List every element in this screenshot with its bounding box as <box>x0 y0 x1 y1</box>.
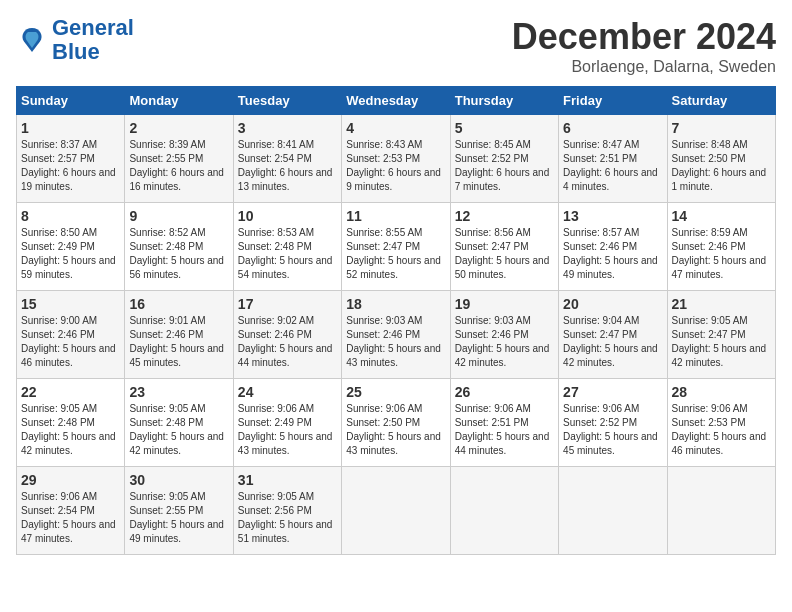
calendar-table: SundayMondayTuesdayWednesdayThursdayFrid… <box>16 86 776 555</box>
calendar-day-cell <box>450 467 558 555</box>
day-info: Sunrise: 9:06 AMSunset: 2:50 PMDaylight:… <box>346 402 445 458</box>
day-number: 10 <box>238 208 337 224</box>
calendar-day-cell: 24Sunrise: 9:06 AMSunset: 2:49 PMDayligh… <box>233 379 341 467</box>
day-info: Sunrise: 9:03 AMSunset: 2:46 PMDaylight:… <box>455 314 554 370</box>
calendar-day-cell: 29Sunrise: 9:06 AMSunset: 2:54 PMDayligh… <box>17 467 125 555</box>
day-number: 12 <box>455 208 554 224</box>
day-info: Sunrise: 8:45 AMSunset: 2:52 PMDaylight:… <box>455 138 554 194</box>
day-info: Sunrise: 9:05 AMSunset: 2:48 PMDaylight:… <box>129 402 228 458</box>
day-info: Sunrise: 8:41 AMSunset: 2:54 PMDaylight:… <box>238 138 337 194</box>
calendar-day-cell: 6Sunrise: 8:47 AMSunset: 2:51 PMDaylight… <box>559 115 667 203</box>
calendar-day-cell <box>559 467 667 555</box>
calendar-day-cell: 14Sunrise: 8:59 AMSunset: 2:46 PMDayligh… <box>667 203 775 291</box>
day-number: 11 <box>346 208 445 224</box>
day-info: Sunrise: 9:02 AMSunset: 2:46 PMDaylight:… <box>238 314 337 370</box>
page-header: General Blue December 2024 Borlaenge, Da… <box>16 16 776 76</box>
day-info: Sunrise: 8:47 AMSunset: 2:51 PMDaylight:… <box>563 138 662 194</box>
day-number: 26 <box>455 384 554 400</box>
weekday-header: Tuesday <box>233 87 341 115</box>
calendar-day-cell: 25Sunrise: 9:06 AMSunset: 2:50 PMDayligh… <box>342 379 450 467</box>
day-number: 14 <box>672 208 771 224</box>
day-number: 4 <box>346 120 445 136</box>
day-info: Sunrise: 8:37 AMSunset: 2:57 PMDaylight:… <box>21 138 120 194</box>
calendar-day-cell <box>667 467 775 555</box>
day-info: Sunrise: 9:06 AMSunset: 2:54 PMDaylight:… <box>21 490 120 546</box>
calendar-day-cell: 10Sunrise: 8:53 AMSunset: 2:48 PMDayligh… <box>233 203 341 291</box>
calendar-day-cell: 22Sunrise: 9:05 AMSunset: 2:48 PMDayligh… <box>17 379 125 467</box>
day-number: 17 <box>238 296 337 312</box>
day-number: 3 <box>238 120 337 136</box>
calendar-day-cell: 9Sunrise: 8:52 AMSunset: 2:48 PMDaylight… <box>125 203 233 291</box>
calendar-day-cell: 21Sunrise: 9:05 AMSunset: 2:47 PMDayligh… <box>667 291 775 379</box>
day-number: 8 <box>21 208 120 224</box>
calendar-day-cell: 1Sunrise: 8:37 AMSunset: 2:57 PMDaylight… <box>17 115 125 203</box>
calendar-day-cell: 2Sunrise: 8:39 AMSunset: 2:55 PMDaylight… <box>125 115 233 203</box>
day-info: Sunrise: 9:06 AMSunset: 2:52 PMDaylight:… <box>563 402 662 458</box>
day-number: 5 <box>455 120 554 136</box>
day-info: Sunrise: 8:55 AMSunset: 2:47 PMDaylight:… <box>346 226 445 282</box>
calendar-day-cell: 30Sunrise: 9:05 AMSunset: 2:55 PMDayligh… <box>125 467 233 555</box>
day-number: 21 <box>672 296 771 312</box>
calendar-week-row: 8Sunrise: 8:50 AMSunset: 2:49 PMDaylight… <box>17 203 776 291</box>
day-info: Sunrise: 9:05 AMSunset: 2:56 PMDaylight:… <box>238 490 337 546</box>
calendar-day-cell: 8Sunrise: 8:50 AMSunset: 2:49 PMDaylight… <box>17 203 125 291</box>
day-info: Sunrise: 9:06 AMSunset: 2:49 PMDaylight:… <box>238 402 337 458</box>
weekday-header-row: SundayMondayTuesdayWednesdayThursdayFrid… <box>17 87 776 115</box>
day-number: 18 <box>346 296 445 312</box>
weekday-header: Wednesday <box>342 87 450 115</box>
day-number: 24 <box>238 384 337 400</box>
day-info: Sunrise: 8:53 AMSunset: 2:48 PMDaylight:… <box>238 226 337 282</box>
calendar-day-cell: 27Sunrise: 9:06 AMSunset: 2:52 PMDayligh… <box>559 379 667 467</box>
calendar-day-cell: 26Sunrise: 9:06 AMSunset: 2:51 PMDayligh… <box>450 379 558 467</box>
logo-icon <box>16 24 48 56</box>
calendar-day-cell: 4Sunrise: 8:43 AMSunset: 2:53 PMDaylight… <box>342 115 450 203</box>
day-number: 22 <box>21 384 120 400</box>
calendar-day-cell: 16Sunrise: 9:01 AMSunset: 2:46 PMDayligh… <box>125 291 233 379</box>
weekday-header: Sunday <box>17 87 125 115</box>
day-info: Sunrise: 9:00 AMSunset: 2:46 PMDaylight:… <box>21 314 120 370</box>
day-number: 19 <box>455 296 554 312</box>
day-number: 23 <box>129 384 228 400</box>
calendar-day-cell: 20Sunrise: 9:04 AMSunset: 2:47 PMDayligh… <box>559 291 667 379</box>
day-info: Sunrise: 9:06 AMSunset: 2:53 PMDaylight:… <box>672 402 771 458</box>
calendar-day-cell: 3Sunrise: 8:41 AMSunset: 2:54 PMDaylight… <box>233 115 341 203</box>
calendar-day-cell: 31Sunrise: 9:05 AMSunset: 2:56 PMDayligh… <box>233 467 341 555</box>
calendar-day-cell: 23Sunrise: 9:05 AMSunset: 2:48 PMDayligh… <box>125 379 233 467</box>
month-title: December 2024 <box>512 16 776 58</box>
day-number: 29 <box>21 472 120 488</box>
calendar-day-cell: 19Sunrise: 9:03 AMSunset: 2:46 PMDayligh… <box>450 291 558 379</box>
calendar-week-row: 22Sunrise: 9:05 AMSunset: 2:48 PMDayligh… <box>17 379 776 467</box>
day-info: Sunrise: 9:05 AMSunset: 2:47 PMDaylight:… <box>672 314 771 370</box>
calendar-day-cell: 18Sunrise: 9:03 AMSunset: 2:46 PMDayligh… <box>342 291 450 379</box>
day-info: Sunrise: 8:43 AMSunset: 2:53 PMDaylight:… <box>346 138 445 194</box>
calendar-day-cell: 15Sunrise: 9:00 AMSunset: 2:46 PMDayligh… <box>17 291 125 379</box>
day-info: Sunrise: 8:57 AMSunset: 2:46 PMDaylight:… <box>563 226 662 282</box>
day-number: 2 <box>129 120 228 136</box>
day-number: 13 <box>563 208 662 224</box>
day-info: Sunrise: 8:59 AMSunset: 2:46 PMDaylight:… <box>672 226 771 282</box>
day-info: Sunrise: 9:06 AMSunset: 2:51 PMDaylight:… <box>455 402 554 458</box>
calendar-day-cell <box>342 467 450 555</box>
day-number: 25 <box>346 384 445 400</box>
weekday-header: Thursday <box>450 87 558 115</box>
calendar-day-cell: 7Sunrise: 8:48 AMSunset: 2:50 PMDaylight… <box>667 115 775 203</box>
day-number: 30 <box>129 472 228 488</box>
day-number: 7 <box>672 120 771 136</box>
day-info: Sunrise: 9:01 AMSunset: 2:46 PMDaylight:… <box>129 314 228 370</box>
day-number: 16 <box>129 296 228 312</box>
day-info: Sunrise: 9:03 AMSunset: 2:46 PMDaylight:… <box>346 314 445 370</box>
calendar-week-row: 15Sunrise: 9:00 AMSunset: 2:46 PMDayligh… <box>17 291 776 379</box>
calendar-day-cell: 11Sunrise: 8:55 AMSunset: 2:47 PMDayligh… <box>342 203 450 291</box>
calendar-week-row: 29Sunrise: 9:06 AMSunset: 2:54 PMDayligh… <box>17 467 776 555</box>
day-info: Sunrise: 8:39 AMSunset: 2:55 PMDaylight:… <box>129 138 228 194</box>
day-number: 15 <box>21 296 120 312</box>
day-info: Sunrise: 8:50 AMSunset: 2:49 PMDaylight:… <box>21 226 120 282</box>
day-number: 31 <box>238 472 337 488</box>
calendar-day-cell: 5Sunrise: 8:45 AMSunset: 2:52 PMDaylight… <box>450 115 558 203</box>
day-info: Sunrise: 8:56 AMSunset: 2:47 PMDaylight:… <box>455 226 554 282</box>
weekday-header: Friday <box>559 87 667 115</box>
day-number: 28 <box>672 384 771 400</box>
day-number: 20 <box>563 296 662 312</box>
calendar-day-cell: 17Sunrise: 9:02 AMSunset: 2:46 PMDayligh… <box>233 291 341 379</box>
weekday-header: Monday <box>125 87 233 115</box>
